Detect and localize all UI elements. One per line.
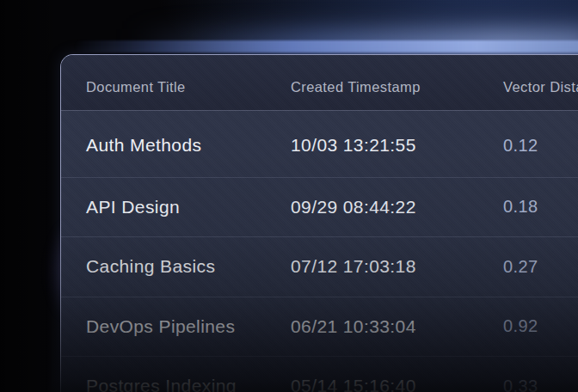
cell-document-title: Caching Basics: [86, 256, 291, 277]
table-header-row: Document Title Created Timestamp Vector …: [61, 55, 578, 111]
cell-document-title: Auth Methods: [86, 135, 291, 156]
page-background: Document Title Created Timestamp Vector …: [0, 0, 578, 392]
table-row[interactable]: DevOps Pipelines 06/21 10:33:04 0.92: [61, 297, 578, 357]
left-vignette: [0, 0, 60, 392]
cell-document-title: API Design: [86, 197, 291, 217]
cell-created-timestamp: 06/21 10:33:04: [291, 316, 503, 337]
table-body: Auth Methods 10/03 13:21:55 0.12 API Des…: [61, 111, 578, 392]
cell-vector-distance: 0.27: [503, 257, 578, 277]
table-row[interactable]: API Design 09/29 08:44:22 0.18: [61, 177, 578, 237]
cell-vector-distance: 0.18: [503, 197, 578, 217]
cell-document-title: Postgres Indexing: [86, 376, 291, 392]
top-edge-glow: [74, 40, 578, 52]
table-row[interactable]: Postgres Indexing 05/14 15:16:40 0.33: [61, 356, 578, 392]
cell-created-timestamp: 09/29 08:44:22: [291, 197, 503, 217]
table-row[interactable]: Caching Basics 07/12 17:03:18 0.27: [61, 236, 578, 297]
cell-created-timestamp: 05/14 15:16:40: [291, 376, 503, 392]
cell-created-timestamp: 07/12 17:03:18: [291, 256, 503, 277]
column-header-document-title: Document Title: [86, 79, 291, 95]
cell-vector-distance: 0.92: [503, 316, 578, 336]
column-header-vector-distance: Vector Distance: [503, 79, 578, 95]
table-row[interactable]: Auth Methods 10/03 13:21:55 0.12: [61, 111, 578, 177]
column-header-created-timestamp: Created Timestamp: [291, 79, 503, 95]
cell-vector-distance: 0.12: [503, 136, 578, 156]
cell-created-timestamp: 10/03 13:21:55: [291, 135, 503, 156]
cell-document-title: DevOps Pipelines: [86, 316, 291, 337]
cell-vector-distance: 0.33: [503, 377, 578, 392]
documents-table: Document Title Created Timestamp Vector …: [60, 54, 578, 392]
